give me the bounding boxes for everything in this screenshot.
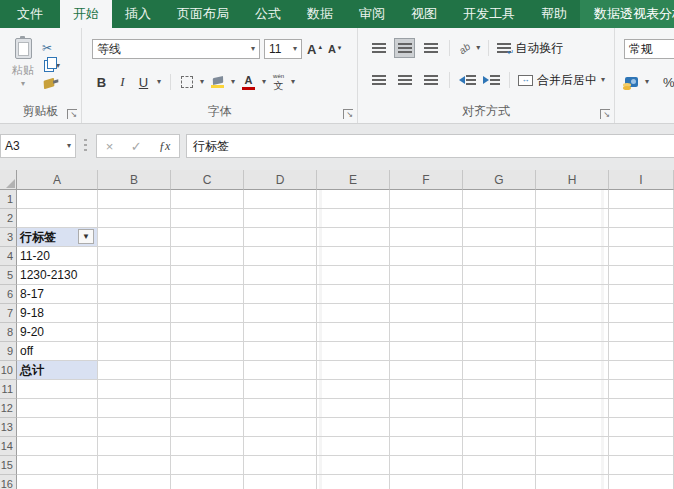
cell-E12[interactable]: [317, 399, 390, 418]
cell-A11[interactable]: [17, 380, 98, 399]
cell-H14[interactable]: [536, 437, 609, 456]
cell-F8[interactable]: [390, 323, 463, 342]
column-header-E[interactable]: E: [317, 170, 390, 190]
grow-font-button[interactable]: A▴: [306, 41, 323, 58]
formula-bar-resize-handle[interactable]: [84, 139, 87, 153]
tab-formulas[interactable]: 公式: [242, 0, 294, 28]
cell-F12[interactable]: [390, 399, 463, 418]
copy-button[interactable]: ▾: [42, 58, 66, 73]
cell-H13[interactable]: [536, 418, 609, 437]
font-color-button[interactable]: A: [241, 74, 256, 91]
paste-button[interactable]: 粘贴 ▾: [6, 38, 40, 96]
cell-A4[interactable]: 11-20: [17, 247, 98, 266]
cell-H11[interactable]: [536, 380, 609, 399]
cell-I3[interactable]: [609, 228, 674, 247]
cell-E5[interactable]: [317, 266, 390, 285]
bold-button[interactable]: B: [94, 74, 109, 91]
clipboard-dialog-launcher[interactable]: ↘: [67, 109, 77, 119]
row-header-8[interactable]: 8: [0, 323, 17, 342]
cell-D1[interactable]: [244, 190, 317, 209]
cell-G11[interactable]: [463, 380, 536, 399]
cell-I12[interactable]: [609, 399, 674, 418]
chevron-down-icon[interactable]: ▾: [476, 44, 480, 52]
cell-C11[interactable]: [171, 380, 244, 399]
cell-H10[interactable]: [536, 361, 609, 380]
cell-D14[interactable]: [244, 437, 317, 456]
cell-I7[interactable]: [609, 304, 674, 323]
cell-C3[interactable]: [171, 228, 244, 247]
orientation-button[interactable]: ab: [458, 42, 471, 55]
cell-G6[interactable]: [463, 285, 536, 304]
tab-developer[interactable]: 开发工具: [450, 0, 528, 28]
cell-D9[interactable]: [244, 342, 317, 361]
cell-E14[interactable]: [317, 437, 390, 456]
cell-H12[interactable]: [536, 399, 609, 418]
chevron-down-icon[interactable]: ▾: [157, 78, 161, 86]
cell-H4[interactable]: [536, 247, 609, 266]
cell-D16[interactable]: [244, 475, 317, 489]
tab-view[interactable]: 视图: [398, 0, 450, 28]
tab-page-layout[interactable]: 页面布局: [164, 0, 242, 28]
cell-G7[interactable]: [463, 304, 536, 323]
cell-G10[interactable]: [463, 361, 536, 380]
column-header-F[interactable]: F: [390, 170, 463, 190]
cell-B11[interactable]: [98, 380, 171, 399]
filter-button[interactable]: ▼: [78, 229, 94, 244]
row-header-6[interactable]: 6: [0, 285, 17, 304]
align-center-button[interactable]: [394, 70, 415, 90]
cell-I8[interactable]: [609, 323, 674, 342]
cell-A3[interactable]: 行标签▼: [17, 228, 98, 247]
cell-B16[interactable]: [98, 475, 171, 489]
cell-A13[interactable]: [17, 418, 98, 437]
cell-E13[interactable]: [317, 418, 390, 437]
cell-A2[interactable]: [17, 209, 98, 228]
cell-C15[interactable]: [171, 456, 244, 475]
cell-F9[interactable]: [390, 342, 463, 361]
row-header-3[interactable]: 3: [0, 228, 17, 247]
percent-style-button[interactable]: %: [663, 75, 674, 90]
cell-B3[interactable]: [98, 228, 171, 247]
align-left-button[interactable]: [368, 70, 389, 90]
cell-A1[interactable]: [17, 190, 98, 209]
cell-B13[interactable]: [98, 418, 171, 437]
cell-G8[interactable]: [463, 323, 536, 342]
row-header-13[interactable]: 13: [0, 418, 17, 437]
cell-C9[interactable]: [171, 342, 244, 361]
fill-color-button[interactable]: [210, 76, 225, 89]
cell-C1[interactable]: [171, 190, 244, 209]
column-header-I[interactable]: I: [609, 170, 674, 190]
column-header-D[interactable]: D: [244, 170, 317, 190]
cell-F15[interactable]: [390, 456, 463, 475]
cell-C10[interactable]: [171, 361, 244, 380]
cell-F7[interactable]: [390, 304, 463, 323]
cell-C4[interactable]: [171, 247, 244, 266]
column-header-G[interactable]: G: [463, 170, 536, 190]
chevron-down-icon[interactable]: ▾: [231, 78, 235, 86]
cell-I6[interactable]: [609, 285, 674, 304]
formula-input[interactable]: 行标签: [186, 134, 674, 158]
cell-G16[interactable]: [463, 475, 536, 489]
cell-D15[interactable]: [244, 456, 317, 475]
cell-H7[interactable]: [536, 304, 609, 323]
cell-F4[interactable]: [390, 247, 463, 266]
cell-A5[interactable]: 1230-2130: [17, 266, 98, 285]
cell-F13[interactable]: [390, 418, 463, 437]
cell-C5[interactable]: [171, 266, 244, 285]
cancel-button[interactable]: ×: [106, 139, 114, 154]
cell-H16[interactable]: [536, 475, 609, 489]
phonetic-guide-button[interactable]: wén 文: [272, 72, 285, 92]
cell-C16[interactable]: [171, 475, 244, 489]
cell-G9[interactable]: [463, 342, 536, 361]
column-header-H[interactable]: H: [536, 170, 609, 190]
cell-G4[interactable]: [463, 247, 536, 266]
cell-I4[interactable]: [609, 247, 674, 266]
wrap-text-button[interactable]: 自动换行: [497, 40, 563, 57]
cell-A10[interactable]: 总计: [17, 361, 98, 380]
cell-E15[interactable]: [317, 456, 390, 475]
cell-A12[interactable]: [17, 399, 98, 418]
format-painter-button[interactable]: [42, 76, 66, 91]
tab-data[interactable]: 数据: [294, 0, 346, 28]
cell-D4[interactable]: [244, 247, 317, 266]
cell-H9[interactable]: [536, 342, 609, 361]
tab-insert[interactable]: 插入: [112, 0, 164, 28]
